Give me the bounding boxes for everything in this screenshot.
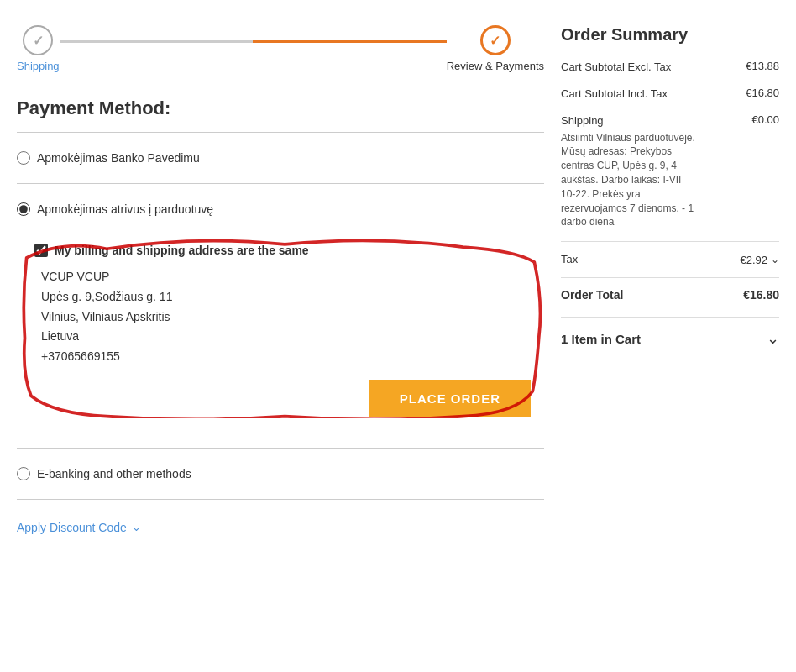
summary-label-incl: Cart Subtotal Incl. Tax — [561, 87, 668, 102]
address-details: VCUP VCUP Upės g. 9,Sodžiaus g. 11 Vilni… — [34, 267, 531, 367]
same-address-label[interactable]: My billing and shipping address are the … — [55, 244, 309, 257]
step-circle-review: ✓ — [480, 25, 511, 55]
discount-chevron-icon[interactable]: ⌄ — [132, 521, 141, 533]
summary-row-shipping: Shipping Atsiimti Vilniaus parduotuvėje.… — [561, 113, 779, 229]
discount-row[interactable]: Apply Discount Code ⌄ — [17, 508, 544, 543]
tax-label: Tax — [561, 252, 578, 267]
connector-1 — [60, 40, 254, 43]
order-total-row: Order Total €16.80 — [561, 288, 779, 302]
payment-label-1: Apmokėjimas Banko Pavedimu — [37, 151, 200, 165]
place-order-row: PLACE ORDER — [34, 380, 531, 417]
address-name: VCUP VCUP — [41, 267, 531, 287]
item-cart-label: 1 Item in Cart — [561, 332, 641, 346]
shipping-note: Atsiimti Vilniaus parduotuvėje. Mūsų adr… — [561, 131, 695, 230]
payment-method-title: Payment Method: — [17, 97, 544, 119]
summary-value-incl: €16.80 — [746, 87, 779, 99]
step-label-shipping: Shipping — [17, 60, 60, 72]
order-total-value: €16.80 — [743, 288, 779, 302]
radio-store[interactable] — [17, 202, 30, 216]
address-country: Lietuva — [41, 327, 531, 347]
shipping-label: Shipping — [561, 113, 695, 129]
summary-divider-1 — [561, 241, 779, 242]
shipping-value: €0.00 — [751, 113, 779, 126]
summary-row-incl: Cart Subtotal Incl. Tax €16.80 — [561, 87, 779, 102]
payment-label-2: Apmokėjimas atrivus į parduotuvę — [37, 202, 213, 216]
item-cart-chevron-icon[interactable]: ⌄ — [767, 329, 779, 348]
summary-row-excl: Cart Subtotal Excl. Tax €13.88 — [561, 60, 779, 75]
step-label-review: Review & Payments — [447, 60, 544, 72]
discount-link[interactable]: Apply Discount Code — [17, 521, 127, 534]
ebanking-label: E-banking and other methods — [37, 467, 191, 480]
summary-value-excl: €13.88 — [746, 60, 779, 72]
payment-option-2[interactable]: Apmokėjimas atrivus į parduotuvę — [17, 192, 544, 226]
step-circle-shipping: ✓ — [23, 25, 53, 55]
item-cart-row[interactable]: 1 Item in Cart ⌄ — [561, 317, 779, 348]
tax-value-group: €2.92 ⌄ — [740, 254, 779, 266]
order-summary-title: Order Summary — [561, 25, 779, 45]
divider-3 — [17, 499, 544, 500]
address-city: Vilnius, Vilniaus Apskritis — [41, 307, 531, 328]
payment-option-ebanking[interactable]: E-banking and other methods — [17, 457, 544, 491]
address-phone: +37065669155 — [41, 347, 531, 367]
address-section: My billing and shipping address are the … — [17, 230, 544, 435]
progress-bar: ✓ Shipping ✓ Review & Payments — [17, 17, 544, 72]
tax-chevron-icon[interactable]: ⌄ — [771, 254, 779, 265]
order-summary-sidebar: Order Summary Cart Subtotal Excl. Tax €1… — [561, 17, 779, 543]
order-total-label: Order Total — [561, 288, 623, 302]
billing-shipping-same-row[interactable]: My billing and shipping address are the … — [34, 244, 531, 257]
divider-top — [17, 132, 544, 133]
radio-bank[interactable] — [17, 151, 30, 165]
main-content: ✓ Shipping ✓ Review & Payments Payment M… — [17, 17, 544, 543]
connector-2 — [253, 40, 447, 43]
divider-2 — [17, 448, 544, 449]
radio-ebanking[interactable] — [17, 467, 30, 480]
place-order-button[interactable]: PLACE ORDER — [369, 380, 531, 417]
address-street: Upės g. 9,Sodžiaus g. 11 — [41, 287, 531, 307]
payment-option-1[interactable]: Apmokėjimas Banko Pavedimu — [17, 141, 544, 175]
tax-amount: €2.92 — [740, 254, 767, 266]
divider-1 — [17, 183, 544, 184]
summary-divider-2 — [561, 277, 779, 278]
step-review: ✓ Review & Payments — [447, 25, 544, 72]
same-address-checkbox[interactable] — [34, 244, 48, 257]
step-shipping: ✓ Shipping — [17, 25, 60, 72]
tax-row: Tax €2.92 ⌄ — [561, 252, 779, 267]
summary-label-excl: Cart Subtotal Excl. Tax — [561, 60, 671, 75]
shipping-info: Shipping Atsiimti Vilniaus parduotuvėje.… — [561, 113, 695, 229]
